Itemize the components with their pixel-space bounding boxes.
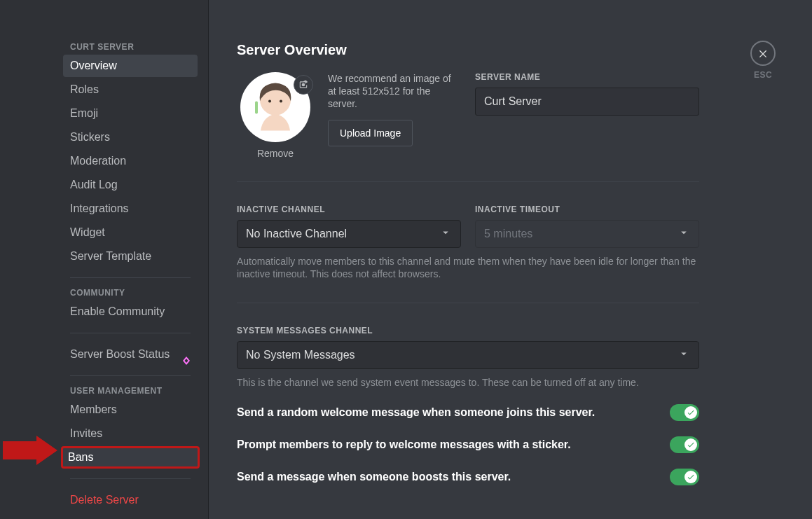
- sidebar-item-label: Invites: [70, 422, 102, 445]
- chevron-down-icon: [677, 226, 690, 242]
- sidebar-item-bans[interactable]: Bans: [61, 446, 200, 469]
- sidebar-item-label: Server Boost Status: [70, 343, 170, 366]
- main-content: Server Overview: [209, 0, 812, 519]
- sidebar-item-stickers[interactable]: Stickers: [63, 126, 198, 148]
- upload-image-icon[interactable]: [294, 75, 313, 95]
- sidebar-item-label: Roles: [70, 78, 99, 101]
- sidebar-header-community: COMMUNITY: [70, 288, 198, 298]
- toggle-label-boost: Send a message when someone boosts this …: [237, 471, 511, 483]
- system-help-text: This is the channel we send system event…: [237, 376, 699, 389]
- upload-hint: We recommend an image of at least 512x51…: [328, 72, 461, 110]
- section-divider: [237, 181, 699, 182]
- sidebar-item-members[interactable]: Members: [63, 399, 198, 421]
- close-icon: [750, 41, 776, 66]
- inactive-channel-label: INACTIVE CHANNEL: [237, 205, 461, 214]
- toggle-knob: [684, 438, 697, 451]
- toggle-knob: [684, 406, 697, 419]
- sidebar-item-label: Bans: [68, 446, 93, 469]
- server-icon[interactable]: [240, 72, 310, 142]
- sidebar-item-server-template[interactable]: Server Template: [63, 245, 198, 268]
- section-divider: [237, 303, 699, 303]
- boost-icon: [182, 350, 191, 359]
- sidebar-item-label: Moderation: [70, 150, 126, 172]
- toggle-welcome-message[interactable]: [670, 404, 699, 421]
- close-settings-button[interactable]: ESC: [750, 41, 776, 80]
- toggle-label-sticker: Prompt members to reply to welcome messa…: [237, 438, 571, 451]
- sidebar-item-delete-server[interactable]: Delete Server: [63, 489, 198, 511]
- toggle-label-welcome: Send a random welcome message when someo…: [237, 406, 595, 419]
- system-channel-select[interactable]: No System Messages: [237, 341, 699, 369]
- inactive-timeout-label: INACTIVE TIMEOUT: [475, 205, 699, 214]
- sidebar-divider: [70, 333, 191, 333]
- server-name-input[interactable]: [475, 88, 699, 116]
- toggle-knob: [684, 471, 697, 483]
- sidebar-item-server-boost[interactable]: Server Boost Status: [63, 343, 198, 366]
- toggle-sticker-prompt[interactable]: [670, 436, 699, 453]
- page-title: Server Overview: [237, 42, 699, 58]
- system-channel-label: SYSTEM MESSAGES CHANNEL: [237, 326, 699, 335]
- inactive-timeout-select: 5 minutes: [475, 220, 699, 248]
- chevron-down-icon: [677, 347, 690, 363]
- sidebar-item-label: Emoji: [70, 102, 98, 125]
- chevron-down-icon: [439, 226, 452, 242]
- sidebar-item-enable-community[interactable]: Enable Community: [63, 300, 198, 323]
- sidebar-divider: [70, 277, 191, 278]
- sidebar-item-emoji[interactable]: Emoji: [63, 102, 198, 125]
- sidebar-item-label: Members: [70, 399, 117, 421]
- inactive-help-text: Automatically move members to this chann…: [237, 255, 699, 280]
- sidebar-item-label: Widget: [70, 221, 105, 244]
- sidebar-item-integrations[interactable]: Integrations: [63, 198, 198, 220]
- select-value: 5 minutes: [484, 228, 532, 240]
- svg-point-2: [268, 100, 271, 103]
- esc-label: ESC: [750, 70, 776, 80]
- sidebar-item-label: Audit Log: [70, 174, 118, 196]
- sidebar-item-label: Overview: [70, 55, 117, 77]
- sidebar-item-moderation[interactable]: Moderation: [63, 150, 198, 172]
- server-name-label: SERVER NAME: [475, 72, 699, 82]
- sidebar-item-overview[interactable]: Overview: [63, 55, 198, 77]
- sidebar-item-label: Stickers: [70, 126, 110, 148]
- inactive-channel-select[interactable]: No Inactive Channel: [237, 220, 461, 248]
- sidebar-item-audit-log[interactable]: Audit Log: [63, 174, 198, 196]
- sidebar-item-invites[interactable]: Invites: [63, 422, 198, 445]
- svg-point-3: [280, 100, 282, 103]
- sidebar-item-label: Integrations: [70, 198, 129, 220]
- select-value: No Inactive Channel: [246, 228, 347, 240]
- annotation-arrow: [3, 436, 57, 465]
- sidebar-header-user-management: USER MANAGEMENT: [70, 386, 198, 396]
- svg-rect-4: [255, 102, 258, 114]
- sidebar-item-widget[interactable]: Widget: [63, 221, 198, 244]
- sidebar-item-roles[interactable]: Roles: [63, 78, 198, 101]
- select-value: No System Messages: [246, 349, 355, 361]
- upload-image-button[interactable]: Upload Image: [328, 120, 413, 146]
- sidebar-header-server: CURT SERVER: [70, 42, 198, 52]
- sidebar-item-label: Server Template: [70, 245, 151, 268]
- sidebar-item-label: Delete Server: [70, 489, 139, 511]
- sidebar-item-label: Enable Community: [70, 300, 165, 323]
- toggle-boost-message[interactable]: [670, 469, 699, 485]
- sidebar-divider: [70, 375, 191, 376]
- remove-icon-button[interactable]: Remove: [237, 148, 314, 159]
- sidebar-divider: [70, 478, 191, 479]
